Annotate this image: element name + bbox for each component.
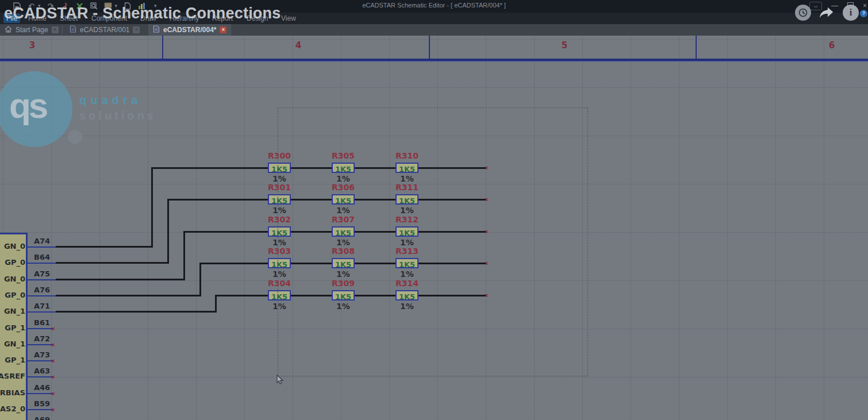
tab-close-icon[interactable]: × (220, 26, 226, 33)
tab-ecadstar-004[interactable]: eCADSTAR/004* × (148, 24, 231, 36)
unconnected-marker: × (51, 391, 55, 397)
wire-segment[interactable] (56, 311, 217, 313)
border-column-label: 3 (21, 40, 44, 51)
pin-name[interactable]: GN_0 (0, 242, 25, 251)
border-column-label: 4 (287, 40, 310, 51)
pin-stub[interactable] (28, 246, 56, 248)
wire-segment[interactable] (167, 199, 268, 201)
tab-start-page[interactable]: Start Page × (0, 24, 63, 36)
schematic-doc-icon (70, 25, 76, 34)
wire-segment[interactable] (215, 295, 217, 313)
close-button[interactable]: × (863, 2, 867, 9)
pin-stub[interactable] (28, 295, 56, 296)
pin-name[interactable]: GP_0 (0, 258, 25, 267)
tab-close-icon[interactable]: × (133, 26, 140, 33)
border-column-label: 5 (553, 40, 576, 51)
border-column-label: 6 (820, 40, 843, 51)
pin-name[interactable]: GP_1 (0, 323, 25, 332)
application-window: ↶▾ ↷ ▾ ▾ eCADSTAR Schematic Editor - [ e… (0, 0, 868, 420)
watermark-dot (68, 130, 82, 144)
watch-later-icon[interactable] (795, 5, 811, 21)
wire-segment[interactable] (215, 295, 268, 296)
border-separator (429, 36, 430, 59)
document-tab-bar: Start Page × eCADSTAR/001 × eCADSTAR/004… (0, 24, 868, 36)
unconnected-marker: × (51, 342, 55, 348)
tab-separator (62, 26, 63, 34)
wire-segment[interactable] (151, 167, 153, 248)
pin-stub[interactable] (28, 311, 56, 313)
help-icon[interactable]: ? (860, 10, 867, 17)
mouse-cursor (276, 375, 285, 386)
tab-label: eCADSTAR/001 (80, 26, 129, 34)
home-icon (5, 26, 12, 34)
pin-name[interactable]: GP_1 (0, 356, 25, 364)
wire-segment[interactable] (56, 295, 201, 296)
schematic-doc-icon (153, 25, 160, 34)
pin-stub[interactable] (28, 393, 53, 394)
pin-number[interactable]: A71 (29, 302, 55, 310)
selection-rubber-band (278, 107, 588, 376)
pin-stub[interactable] (28, 376, 53, 377)
unconnected-marker: × (51, 358, 55, 364)
tab-close-icon[interactable]: × (52, 26, 59, 33)
info-icon[interactable]: i (843, 5, 859, 21)
unconnected-marker: × (51, 407, 55, 413)
wire-segment[interactable] (199, 263, 201, 296)
pin-number[interactable]: A76 (29, 286, 55, 294)
pin-name[interactable]: GP_0 (0, 291, 25, 299)
unconnected-marker: × (51, 326, 55, 332)
watermark-name-line1: quadra (79, 94, 142, 107)
menu-view[interactable]: View (278, 14, 299, 23)
pin-stub[interactable] (28, 279, 56, 280)
pin-stub[interactable] (28, 409, 53, 410)
wire-segment[interactable] (151, 167, 268, 169)
pin-name[interactable]: AS2_0 (0, 404, 25, 413)
wire-segment[interactable] (183, 231, 268, 233)
wire-segment[interactable] (56, 279, 185, 280)
wire-segment[interactable] (183, 231, 185, 280)
border-separator (696, 36, 697, 59)
border-separator (162, 36, 163, 59)
pin-name[interactable]: GN_0 (0, 275, 25, 283)
share-icon[interactable] (819, 5, 835, 21)
pin-name[interactable]: GN_1 (0, 340, 25, 348)
watermark-name-line2: solutions (79, 109, 156, 122)
pin-name[interactable]: RBIAS (0, 388, 25, 397)
tab-ecadstar-001[interactable]: eCADSTAR/001 × (65, 24, 144, 36)
pin-number[interactable]: A75 (29, 269, 55, 278)
pin-stub[interactable] (28, 263, 56, 264)
wire-segment[interactable] (56, 262, 169, 264)
border-line (0, 59, 868, 61)
pin-name[interactable]: ASREF (0, 372, 25, 380)
pin-number[interactable]: A69 (29, 415, 55, 420)
pin-stub[interactable] (28, 344, 53, 345)
pin-stub[interactable] (28, 328, 53, 329)
video-overlay-title: eCADSTAR - Schematic Connections (4, 5, 281, 22)
watermark-monogram: qs (9, 85, 46, 126)
pin-stub[interactable] (28, 360, 53, 361)
tab-label: eCADSTAR/004* (163, 26, 216, 34)
wire-segment[interactable] (167, 199, 169, 264)
tab-label: Start Page (16, 26, 48, 34)
wire-segment[interactable] (56, 246, 153, 248)
schematic-canvas[interactable]: 3 4 5 6 qs quadra solutions A74GN_0B64GP… (0, 36, 868, 420)
pin-name[interactable]: GN_1 (0, 307, 25, 315)
pin-number[interactable]: B64 (29, 253, 55, 261)
wire-segment[interactable] (199, 263, 268, 264)
pin-number[interactable]: A74 (29, 237, 55, 245)
unconnected-marker: × (51, 374, 55, 380)
